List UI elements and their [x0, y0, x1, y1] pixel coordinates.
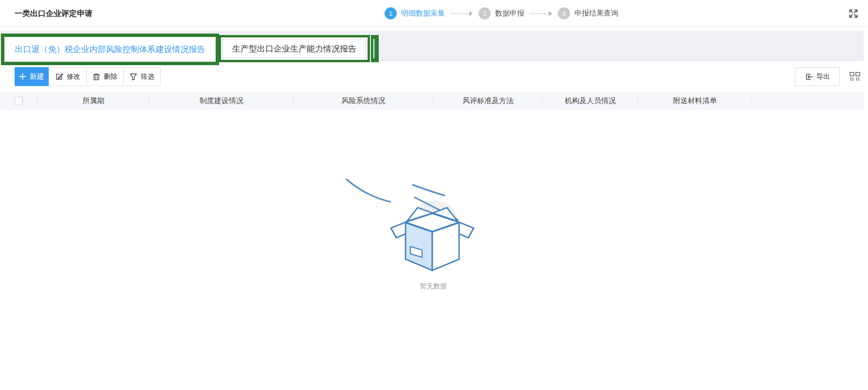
empty-state-text: 暂无数据	[341, 282, 526, 291]
column-label: 风评标准及方法	[462, 96, 514, 106]
filter-button[interactable]: 筛选	[123, 67, 161, 86]
select-all-checkbox[interactable]	[15, 97, 23, 105]
filter-button-label: 筛选	[141, 72, 154, 81]
annotation-highlight-tab-2: 生产型出口企业生产能力情况报告	[219, 35, 370, 62]
new-button[interactable]: 新建	[15, 67, 49, 86]
step-1-detail-data-collection[interactable]: 1 明细数据采集	[385, 7, 445, 19]
column-label: 机构及人员情况	[565, 96, 616, 106]
delete-button[interactable]: 删除	[86, 67, 124, 86]
table-header-risk-assessment-method: 风评标准及方法	[433, 92, 543, 110]
new-button-label: 新建	[30, 72, 44, 81]
step-3-declaration-result-query[interactable]: 3 申报结果查询	[558, 7, 618, 19]
edit-button[interactable]: 修改	[49, 67, 87, 86]
export-button[interactable]: 导出	[795, 67, 840, 86]
table-header-period: 所属期	[37, 92, 149, 110]
column-label: 风险系统情况	[342, 96, 386, 106]
funnel-icon	[129, 73, 137, 81]
plus-icon	[19, 73, 26, 80]
wizard-stepper: 1 明细数据采集 2 数据申报 3 申报结果查询	[385, 0, 618, 27]
tab-production-capacity-report[interactable]: 生产型出口企业生产能力情况报告	[222, 39, 366, 58]
export-arrow-icon	[805, 73, 813, 81]
export-button-label: 导出	[816, 72, 830, 81]
dotted-line	[451, 13, 467, 14]
step-connector-1	[451, 11, 473, 16]
edit-pencil-icon	[55, 72, 63, 81]
column-settings-icon[interactable]	[848, 71, 862, 83]
column-label: 所属期	[83, 96, 105, 106]
app-root: 一类出口企业评定申请 1 明细数据采集 2 数据申报 3 申报结果查询	[0, 0, 868, 390]
step-2-number: 2	[479, 7, 491, 19]
fullscreen-expand-icon[interactable]	[847, 7, 860, 20]
dotted-line	[530, 13, 547, 14]
table-header-row: 所属期 制度建设情况 风险系统情况 风评标准及方法 机构及人员情况 附送材料清单	[0, 92, 864, 110]
delete-button-label: 删除	[104, 72, 117, 81]
step-1-label: 明细数据采集	[401, 9, 445, 18]
top-bar: 一类出口企业评定申请 1 明细数据采集 2 数据申报 3 申报结果查询	[0, 0, 868, 27]
empty-open-box-illustration	[341, 173, 477, 277]
page-title: 一类出口企业评定申请	[15, 0, 92, 27]
table-header-system-construction: 制度建设情况	[149, 92, 294, 110]
step-2-data-declaration[interactable]: 2 数据申报	[479, 7, 524, 19]
table-header-attached-materials: 附送材料清单	[638, 92, 752, 110]
step-1-number: 1	[385, 7, 397, 19]
column-label: 制度建设情况	[200, 96, 243, 106]
trash-icon	[92, 73, 100, 81]
arrow-right-icon	[469, 11, 473, 16]
step-3-label: 申报结果查询	[574, 9, 618, 18]
step-3-number: 3	[558, 7, 570, 19]
annotation-highlight-tab-1: 出口退（免）税企业内部风险控制体系建设情况报告	[1, 34, 219, 65]
arrow-right-icon	[549, 11, 552, 16]
table-header-organization-personnel: 机构及人员情况	[543, 92, 638, 110]
table-header-risk-system: 风险系统情况	[294, 92, 433, 110]
table-header-checkbox-cell	[0, 92, 37, 110]
toolbar: 新建 修改 删除	[0, 67, 868, 87]
column-label: 附送材料清单	[673, 96, 717, 106]
tab-risk-control-report[interactable]: 出口退（免）税企业内部风险控制体系建设情况报告	[4, 37, 216, 62]
step-connector-2	[530, 11, 552, 16]
step-2-label: 数据申报	[495, 9, 524, 18]
edit-button-label: 修改	[67, 72, 80, 81]
table-header-filler	[752, 92, 864, 110]
